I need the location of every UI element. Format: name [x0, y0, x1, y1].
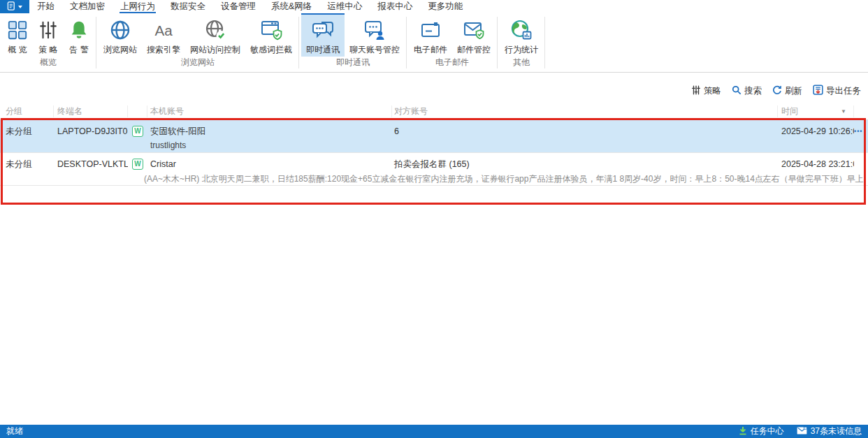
- svg-text:Aa: Aa: [154, 22, 173, 38]
- search-icon: [732, 85, 742, 97]
- column-header-terminal[interactable]: 终端名: [54, 105, 128, 117]
- row-peer-account: 拍卖会报名群 (165): [392, 159, 778, 170]
- refresh-button[interactable]: 刷新: [772, 85, 802, 97]
- ribbon-button-alert[interactable]: 告 警: [64, 13, 94, 57]
- row-peer-account: 6: [392, 126, 778, 136]
- ribbon-button-instant-messaging[interactable]: 即时通讯: [301, 13, 345, 57]
- tab-more-features[interactable]: 更多功能: [420, 0, 470, 13]
- action-toolbar: 策略 搜索 刷新 导出任务: [691, 85, 861, 97]
- refresh-button-label: 刷新: [785, 85, 802, 97]
- column-header-group[interactable]: 分组: [0, 105, 54, 117]
- ribbon-button-label: 概 览: [8, 44, 27, 56]
- ribbon-button-browse-website[interactable]: 浏览网站: [99, 13, 142, 57]
- tab-doc-encryption[interactable]: 文档加密: [62, 0, 113, 13]
- ribbon-group-label: 其他: [498, 57, 545, 72]
- export-icon: [813, 85, 823, 97]
- ribbon-group-label: 概览: [0, 57, 96, 72]
- sort-descending-icon[interactable]: ▼: [841, 108, 846, 115]
- column-header-actions: [854, 105, 868, 117]
- row-local-account: Cristar: [147, 159, 392, 169]
- ribbon-button-label: 告 警: [69, 44, 88, 56]
- tab-system-network[interactable]: 系统&网络: [263, 0, 319, 13]
- mail-icon: [797, 427, 807, 437]
- app-menu-icon: [7, 1, 16, 13]
- tab-internet-behavior[interactable]: 上网行为: [113, 0, 163, 13]
- row-time: 2025-04-29 10:26:00: [778, 126, 854, 136]
- chat-bubbles-icon: [312, 18, 334, 42]
- sliders-icon: [691, 85, 701, 97]
- column-header-peer-account[interactable]: 对方账号: [392, 105, 778, 117]
- table-row[interactable]: 未分组 DESKTOP-VLKTLE1 W Cristar 拍卖会报名群 (16…: [0, 153, 868, 186]
- tab-start[interactable]: 开始: [29, 0, 62, 13]
- row-group: 未分组: [0, 126, 54, 138]
- row-more-button[interactable]: •••: [854, 128, 868, 135]
- row-local-account: 安固软件-阳阳: [147, 126, 392, 138]
- ribbon-button-behavior-stats[interactable]: 行为统计: [500, 13, 543, 57]
- ribbon-group-label: 即时通讯: [299, 57, 407, 72]
- ribbon-button-label: 网站访问控制: [190, 44, 240, 56]
- unread-messages-label: 37条未读信息: [811, 425, 862, 437]
- policy-button-label: 策略: [704, 85, 721, 97]
- row-time: 2025-04-28 23:21:00: [778, 159, 854, 169]
- app-window: 开始 文档加密 上网行为 数据安全 设备管理 系统&网络 运维中心 报表中心 更…: [0, 0, 868, 438]
- table-row[interactable]: 未分组 LAPTOP-D9J3IT0R W 安固软件-阳阳 6 2025-04-…: [0, 120, 868, 153]
- ribbon-button-search-engine[interactable]: Aa 搜索引擎: [142, 13, 185, 57]
- export-tasks-button-label: 导出任务: [826, 85, 861, 97]
- ribbon-button-chat-account-control[interactable]: 聊天账号管控: [345, 13, 405, 57]
- ribbon-button-email[interactable]: 电子邮件: [409, 13, 452, 57]
- page-shield-icon: [260, 18, 282, 42]
- search-button[interactable]: 搜索: [732, 85, 762, 97]
- ribbon-group-browse-website: 浏览网站 Aa 搜索引擎 网站访问控制: [96, 13, 299, 72]
- wechat-app-icon: W: [132, 159, 143, 170]
- unread-messages-button[interactable]: 37条未读信息: [797, 425, 862, 437]
- tab-report-center[interactable]: 报表中心: [370, 0, 420, 13]
- ribbon-group-label: 浏览网站: [96, 57, 299, 72]
- ribbon-button-sensitive-word-block[interactable]: 敏感词拦截: [245, 13, 297, 57]
- bell-icon: [68, 18, 89, 42]
- globe-chart-icon: [510, 18, 533, 42]
- wechat-app-icon: W: [132, 126, 143, 137]
- ribbon: 概 览 策 略 告 警 概览: [0, 13, 868, 73]
- row-secondary-account: trustlights: [0, 140, 865, 150]
- ribbon-group-email: 电子邮件 邮件管控 电子邮件: [407, 13, 498, 72]
- refresh-icon: [772, 85, 782, 97]
- task-center-label: 任务中心: [751, 425, 784, 437]
- mail-shield-icon: [463, 18, 485, 42]
- ribbon-button-policy[interactable]: 策 略: [33, 13, 64, 57]
- tab-device-management[interactable]: 设备管理: [213, 0, 263, 13]
- ribbon-button-label: 即时通讯: [306, 44, 340, 56]
- status-bar: 就绪 任务中心 37条未读信息: [0, 425, 868, 438]
- ribbon-button-label: 行为统计: [505, 44, 538, 56]
- ribbon-group-other: 行为统计 其他: [498, 13, 545, 72]
- column-header-time[interactable]: 时间 ▼: [778, 105, 854, 117]
- policy-button[interactable]: 策略: [691, 85, 721, 97]
- ribbon-group-overview: 概 览 策 略 告 警 概览: [0, 13, 96, 72]
- grid-icon: [7, 18, 28, 42]
- column-header-time-label: 时间: [781, 105, 798, 117]
- ribbon-button-label: 搜索引擎: [147, 44, 180, 56]
- chat-user-icon: [363, 18, 386, 42]
- row-message-preview: (AA~木木~HR) 北京明天周二兼职，日结185薪酬:120现金+65立减金在…: [0, 173, 865, 185]
- search-button-label: 搜索: [744, 85, 762, 97]
- download-arrow-icon: [739, 426, 747, 437]
- ribbon-button-label: 敏感词拦截: [250, 44, 292, 56]
- ribbon-tab-bar: 开始 文档加密 上网行为 数据安全 设备管理 系统&网络 运维中心 报表中心 更…: [0, 0, 868, 13]
- ribbon-group-instant-messaging: 即时通讯 聊天账号管控 即时通讯: [299, 13, 407, 72]
- ribbon-button-label: 浏览网站: [103, 44, 137, 56]
- task-center-button[interactable]: 任务中心: [739, 425, 784, 437]
- column-header-app-icon[interactable]: [128, 105, 147, 117]
- tab-ops-center[interactable]: 运维中心: [319, 0, 370, 13]
- ribbon-button-website-access-control[interactable]: 网站访问控制: [185, 13, 245, 57]
- ribbon-button-label: 电子邮件: [414, 44, 447, 56]
- tab-data-security[interactable]: 数据安全: [163, 0, 213, 13]
- app-menu-button[interactable]: [0, 0, 29, 13]
- table-header: 分组 终端名 本机账号 对方账号 时间 ▼: [0, 103, 868, 120]
- ribbon-button-label: 策 略: [38, 44, 57, 56]
- status-ready-label: 就绪: [6, 425, 23, 437]
- row-terminal: LAPTOP-D9J3IT0R: [54, 126, 128, 136]
- column-header-local-account[interactable]: 本机账号: [147, 105, 392, 117]
- export-tasks-button[interactable]: 导出任务: [813, 85, 861, 97]
- ribbon-button-overview[interactable]: 概 览: [2, 13, 33, 57]
- ribbon-button-email-control[interactable]: 邮件管控: [452, 13, 496, 57]
- ribbon-button-label: 邮件管控: [457, 44, 491, 56]
